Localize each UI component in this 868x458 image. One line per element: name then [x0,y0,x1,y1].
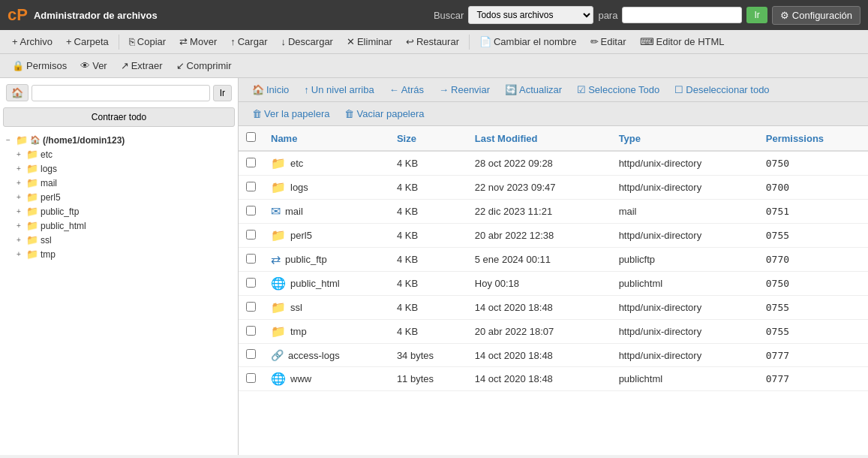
ver-button[interactable]: 👁 Ver [74,57,113,74]
reenviar-label: Reenviar [451,84,490,95]
row-checkbox[interactable] [246,158,256,167]
row-checkbox[interactable] [246,206,256,215]
row-checkbox[interactable] [246,254,256,264]
row-checkbox[interactable] [246,373,256,383]
tree-item-etc[interactable]: + 📁 etc [17,147,232,161]
cambiar-nombre-button[interactable]: 📄 Cambiar el nombre [473,33,583,50]
row-checkbox[interactable] [246,278,256,288]
tree-item-logs[interactable]: + 📁 logs [17,161,232,176]
editor-html-label: Editor de HTML [656,36,725,47]
col-modified-header[interactable]: Last Modified [467,126,611,151]
actualizar-button[interactable]: 🔄 Actualizar [499,82,568,98]
table-row[interactable]: 🌐 www 11 bytes 14 oct 2020 18:48 publich… [239,367,868,391]
table-row[interactable]: 🌐 public_html 4 KB Hoy 00:18 publichtml … [239,272,868,296]
comprimir-label: Comprimir [187,60,232,71]
table-row[interactable]: 📁 tmp 4 KB 20 abr 2022 18:07 httpd/unix-… [239,320,868,344]
col-size-header[interactable]: Size [389,126,467,151]
collapse-all-button[interactable]: Contraer todo [3,107,235,127]
table-row[interactable]: 🔗 access-logs 34 bytes 14 oct 2020 18:48… [239,344,868,367]
editar-button[interactable]: ✏ Editar [584,33,632,50]
inicio-button[interactable]: 🏠 Inicio [246,82,295,98]
tree-item-public_ftp[interactable]: + 📁 public_ftp [17,204,232,218]
row-checkbox-cell[interactable] [239,224,263,248]
folder-icon: 📁 [26,177,38,188]
copiar-label: Copiar [137,36,166,47]
vaciar-papelera-button[interactable]: 🗑 Vaciar papelera [338,106,430,122]
un-nivel-button[interactable]: ↑ Un nivel arriba [298,82,380,98]
col-type-header[interactable]: Type [611,126,758,151]
search-label: Buscar [434,10,464,21]
cargar-button[interactable]: ↑ Cargar [224,33,273,50]
file-name[interactable]: perl5 [290,230,312,241]
table-row[interactable]: 📁 etc 4 KB 28 oct 2022 09:28 httpd/unix-… [239,151,868,176]
search-go-button[interactable]: Ir [746,7,767,23]
move-icon: ⇄ [179,36,188,47]
tree-item-label: public_html [41,221,86,231]
descargar-button[interactable]: ↓ Descargar [275,33,338,50]
file-name[interactable]: ssl [290,302,302,313]
tree-item-mail[interactable]: + 📁 mail [17,176,232,190]
reenviar-button[interactable]: → Reenviar [433,82,496,98]
editor-html-button[interactable]: ⌨ Editor de HTML [634,33,731,50]
file-name[interactable]: etc [290,158,303,169]
row-checkbox-cell[interactable] [239,320,263,344]
search-input[interactable] [622,7,742,23]
sidebar-home-button[interactable]: 🏠 [6,84,29,101]
row-checkbox-cell[interactable] [239,200,263,224]
sel-todo-button[interactable]: ☑ Seleccione Todo [571,82,665,98]
row-checkbox-cell[interactable] [239,248,263,272]
col-name-header[interactable]: Name [263,126,389,151]
tree-item-public_html[interactable]: + 📁 public_html [17,218,232,233]
restaurar-button[interactable]: ↩ Restaurar [400,33,465,50]
row-checkbox[interactable] [246,349,256,359]
copiar-button[interactable]: ⎘ Copiar [123,33,172,50]
config-button[interactable]: ⚙ Configuración [772,6,860,25]
select-all-checkbox[interactable] [246,132,256,142]
eliminar-button[interactable]: ✕ Eliminar [341,33,398,50]
tree-root-item[interactable]: − 📁 🏠 (/home1/domin123) [6,133,232,147]
row-checkbox-cell[interactable] [239,367,263,391]
sidebar-path-input[interactable] [32,85,210,101]
col-permissions-header[interactable]: Permissions [758,126,868,151]
refresh-icon: 🔄 [505,84,517,95]
ver-papelera-label: Ver la papelera [264,108,329,119]
row-checkbox[interactable] [246,182,256,191]
table-row[interactable]: 📁 ssl 4 KB 14 oct 2020 18:48 httpd/unix-… [239,296,868,320]
row-checkbox[interactable] [246,230,256,240]
tree-item-tmp[interactable]: + 📁 tmp [17,247,232,261]
row-checkbox[interactable] [246,302,256,312]
row-checkbox[interactable] [246,326,256,336]
file-name[interactable]: public_html [290,278,340,289]
tree-item-perl5[interactable]: + 📁 perl5 [17,190,232,204]
file-name[interactable]: logs [290,182,308,193]
row-checkbox-cell[interactable] [239,176,263,200]
table-row[interactable]: 📁 perl5 4 KB 20 abr 2022 12:38 httpd/uni… [239,224,868,248]
comprimir-button[interactable]: ↙ Comprimir [170,57,238,74]
file-name[interactable]: public_ftp [285,254,327,265]
archivo-button[interactable]: + Archivo [6,33,59,50]
mover-button[interactable]: ⇄ Mover [173,33,223,50]
file-name[interactable]: mail [285,206,303,217]
row-checkbox-cell[interactable] [239,151,263,176]
sidebar: 🏠 Ir Contraer todo − 📁 🏠 (/home1/domin12… [0,78,239,455]
checkbox-header[interactable] [239,126,263,151]
file-name[interactable]: access-logs [288,350,340,361]
row-checkbox-cell[interactable] [239,344,263,367]
file-name[interactable]: www [290,373,311,384]
row-checkbox-cell[interactable] [239,296,263,320]
desel-todo-button[interactable]: ☐ Deseleccionar todo [668,82,775,98]
carpeta-button[interactable]: + Carpeta [60,33,115,50]
ver-papelera-button[interactable]: 🗑 Ver la papelera [246,106,335,122]
table-row[interactable]: ✉ mail 4 KB 22 dic 2023 11:21 mail 0751 [239,200,868,224]
tree-item-ssl[interactable]: + 📁 ssl [17,233,232,247]
table-row[interactable]: ⇄ public_ftp 4 KB 5 ene 2024 00:11 publi… [239,248,868,272]
permisos-button[interactable]: 🔒 Permisos [6,57,73,74]
sidebar-go-button[interactable]: Ir [213,85,232,101]
extraer-button[interactable]: ↗ Extraer [115,57,169,74]
row-checkbox-cell[interactable] [239,272,263,296]
atras-button[interactable]: ← Atrás [383,82,430,98]
file-name[interactable]: tmp [290,326,307,337]
search-type-select[interactable]: Todos sus archivos Solo nombres de archi… [468,6,593,24]
table-row[interactable]: 📁 logs 4 KB 22 nov 2023 09:47 httpd/unix… [239,176,868,200]
upload-icon: ↑ [230,36,236,47]
